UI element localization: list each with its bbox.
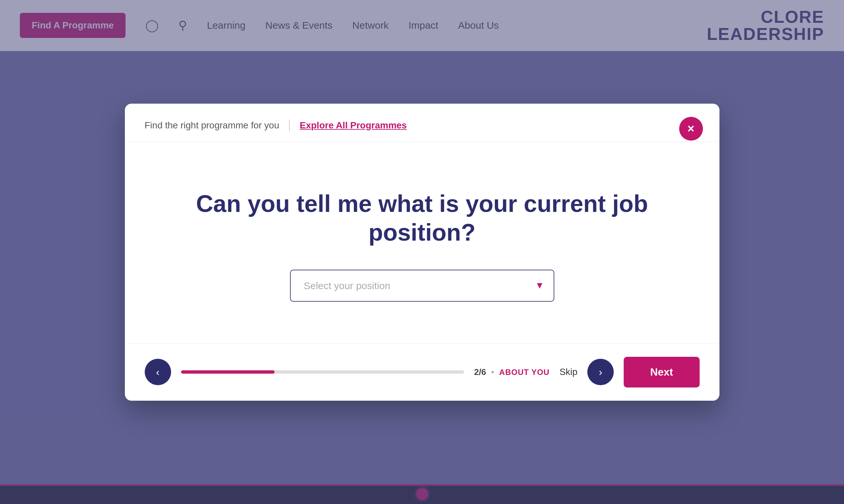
position-select[interactable]: Select your position Junior / Entry Leve… bbox=[290, 270, 554, 302]
modal-header-text: Find the right programme for you bbox=[145, 120, 279, 131]
previous-button[interactable]: ‹ bbox=[145, 359, 171, 385]
skip-button[interactable]: Skip bbox=[559, 367, 578, 377]
progress-label: 2/6 • ABOUT YOU bbox=[474, 367, 549, 377]
position-select-wrapper: Select your position Junior / Entry Leve… bbox=[290, 270, 554, 302]
progress-section-label: ABOUT YOU bbox=[499, 368, 550, 377]
explore-all-link[interactable]: Explore All Programmes bbox=[299, 120, 407, 131]
modal-question: Can you tell me what is your current job… bbox=[145, 190, 700, 247]
modal-close-button[interactable]: × bbox=[679, 117, 703, 141]
progress-dot-separator: • bbox=[491, 367, 494, 377]
modal-dialog: Find the right programme for you Explore… bbox=[125, 104, 720, 401]
modal-footer: ‹ 2/6 • ABOUT YOU Skip › Next bbox=[125, 343, 720, 401]
next-nav-button[interactable]: › bbox=[587, 359, 614, 385]
modal-header: Find the right programme for you Explore… bbox=[125, 104, 720, 142]
progress-bar-fill bbox=[181, 370, 275, 374]
progress-step: 2/6 bbox=[474, 367, 486, 377]
progress-bar-track bbox=[181, 370, 464, 374]
modal-body: Can you tell me what is your current job… bbox=[125, 142, 720, 343]
next-button[interactable]: Next bbox=[624, 357, 699, 388]
progress-bar-wrapper: 2/6 • ABOUT YOU bbox=[181, 367, 550, 377]
header-divider bbox=[289, 120, 290, 131]
